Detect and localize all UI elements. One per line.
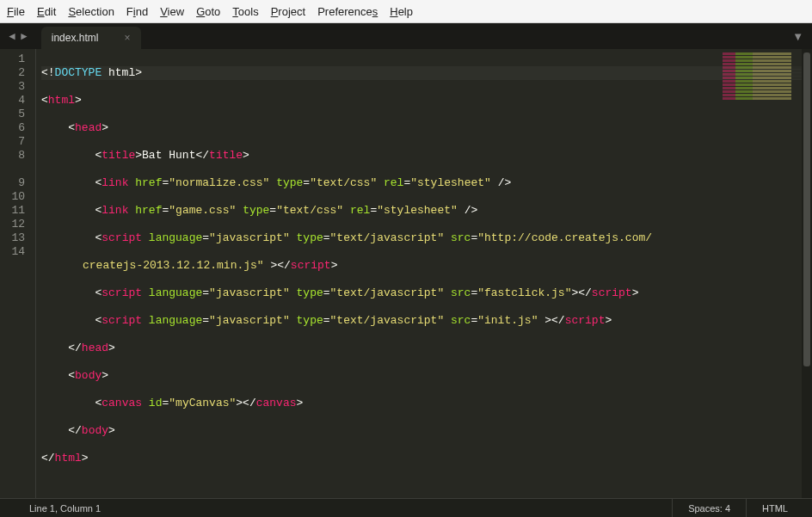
indent-setting[interactable]: Spaces: 4 — [672, 499, 746, 517]
tab-indexhtml[interactable]: index.html × — [41, 27, 141, 49]
scrollbar-thumb[interactable] — [803, 52, 810, 366]
scrollbar-vertical[interactable] — [802, 49, 812, 498]
code-area[interactable]: <!DOCTYPE html> <html> <head> <title>Bat… — [36, 49, 812, 496]
menu-file[interactable]: File — [7, 5, 25, 18]
line-number: 3 — [7, 80, 25, 94]
line-number: 12 — [7, 218, 25, 231]
menu-view[interactable]: View — [160, 5, 184, 18]
line-number: 1 — [7, 52, 25, 66]
tab-back-icon[interactable]: ◄ — [7, 30, 17, 42]
line-number: 9 — [7, 176, 25, 190]
close-icon[interactable]: × — [124, 32, 130, 44]
menu-preferences[interactable]: Preferences — [317, 5, 378, 18]
line-number: 2 — [7, 66, 25, 80]
menu-project[interactable]: Project — [271, 5, 305, 18]
line-number: 11 — [7, 204, 25, 218]
tab-forward-icon[interactable]: ► — [19, 30, 29, 42]
menu-find[interactable]: Find — [126, 5, 148, 18]
menu-goto[interactable]: Goto — [196, 5, 220, 18]
menubar: File Edit Selection Find View Goto Tools… — [0, 0, 812, 23]
line-number: 13 — [7, 231, 25, 245]
statusbar: Line 1, Column 1 Spaces: 4 HTML — [0, 498, 812, 517]
menu-selection[interactable]: Selection — [68, 5, 114, 18]
menu-edit[interactable]: Edit — [37, 5, 56, 18]
tabbar: ◄ ► index.html × ▼ — [0, 23, 812, 49]
line-number: 6 — [7, 121, 25, 135]
tab-dropdown-icon[interactable]: ▼ — [792, 30, 803, 43]
tab-nav: ◄ ► — [7, 23, 41, 49]
syntax-setting[interactable]: HTML — [746, 499, 803, 517]
line-number: 10 — [7, 190, 25, 204]
line-number: 5 — [7, 108, 25, 121]
line-number: 7 — [7, 135, 25, 149]
hamburger-icon[interactable] — [9, 504, 21, 513]
gutter: 1 2 3 4 5 6 7 8 9 10 11 12 13 14 — [0, 49, 36, 498]
editor[interactable]: 1 2 3 4 5 6 7 8 9 10 11 12 13 14 <!DOCTY… — [0, 49, 812, 498]
cursor-position[interactable]: Line 1, Column 1 — [29, 503, 101, 514]
line-number: 4 — [7, 94, 25, 108]
line-number: 14 — [7, 245, 25, 259]
menu-help[interactable]: Help — [390, 5, 413, 18]
tab-label: index.html — [52, 32, 99, 44]
line-number: 8 — [7, 149, 25, 176]
menu-tools[interactable]: Tools — [232, 5, 258, 18]
